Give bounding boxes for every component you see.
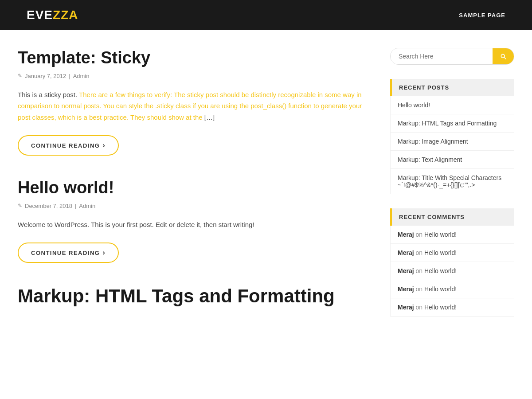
comment-item: Meraj on Hello world! xyxy=(391,226,514,244)
recent-comments-section: RECENT COMMENTS Meraj on Hello world! Me… xyxy=(390,208,514,317)
comment-on: on xyxy=(415,286,424,293)
search-box[interactable] xyxy=(390,48,514,65)
post-3: Markup: HTML Tags and Formatting xyxy=(18,285,364,307)
comment-post-link[interactable]: Hello world! xyxy=(424,231,457,238)
site-header: EVEZZA SAMPLE PAGE xyxy=(0,0,532,30)
comment-on: on xyxy=(415,249,424,256)
post-3-title[interactable]: Markup: HTML Tags and Formatting xyxy=(18,285,364,307)
search-icon xyxy=(500,53,507,60)
comment-post-link[interactable]: Hello world! xyxy=(424,304,457,311)
comment-post-link[interactable]: Hello world! xyxy=(424,267,457,274)
logo-text-part1: EVE xyxy=(27,8,53,22)
post-1: Template: Sticky ✎ January 7, 2012 | Adm… xyxy=(18,48,364,156)
post-1-continue-btn[interactable]: CONTINUE READING xyxy=(18,135,119,156)
comment-post-link[interactable]: Hello world! xyxy=(424,286,457,293)
main-content: Template: Sticky ✎ January 7, 2012 | Adm… xyxy=(18,48,364,331)
comment-author[interactable]: Meraj xyxy=(398,231,414,238)
post-2-date: December 7, 2018 xyxy=(25,203,72,209)
comment-author[interactable]: Meraj xyxy=(398,267,414,274)
post-1-meta: ✎ January 7, 2012 | Admin xyxy=(18,73,364,79)
edit-icon-2: ✎ xyxy=(18,203,22,209)
post-2-excerpt-normal: Welcome to WordPress. This is your first… xyxy=(18,221,254,228)
recent-post-item[interactable]: Markup: Title With Special Characters ~`… xyxy=(391,169,514,194)
recent-post-item[interactable]: Markup: Text Alignment xyxy=(391,151,514,169)
post-2-title[interactable]: Hello world! xyxy=(18,178,364,198)
recent-comments-list: Meraj on Hello world! Meraj on Hello wor… xyxy=(390,226,514,317)
comment-item: Meraj on Hello world! xyxy=(391,280,514,298)
comment-post-link[interactable]: Hello world! xyxy=(424,249,457,256)
post-2-meta: ✎ December 7, 2018 | Admin xyxy=(18,203,364,209)
post-1-excerpt-end: […] xyxy=(203,113,215,121)
main-layout: Template: Sticky ✎ January 7, 2012 | Adm… xyxy=(0,30,532,348)
comment-on: on xyxy=(415,267,424,274)
recent-posts-list: Hello world! Markup: HTML Tags and Forma… xyxy=(390,96,514,194)
edit-icon: ✎ xyxy=(18,73,22,79)
comment-author[interactable]: Meraj xyxy=(398,304,414,311)
recent-posts-title: RECENT POSTS xyxy=(390,79,514,96)
post-2-excerpt: Welcome to WordPress. This is your first… xyxy=(18,219,364,231)
site-logo[interactable]: EVEZZA xyxy=(27,8,78,22)
post-1-date: January 7, 2012 xyxy=(25,73,66,79)
nav-sample-page[interactable]: SAMPLE PAGE xyxy=(459,12,505,19)
comment-item: Meraj on Hello world! xyxy=(391,244,514,262)
recent-comments-title: RECENT COMMENTS xyxy=(390,208,514,226)
post-1-excerpt: This is a sticky post. There are a few t… xyxy=(18,89,364,123)
post-1-author[interactable]: Admin xyxy=(73,73,90,79)
search-input[interactable] xyxy=(391,48,493,64)
post-1-excerpt-normal: This is a sticky post. xyxy=(18,91,79,98)
post-1-separator: | xyxy=(69,73,70,79)
comment-on: on xyxy=(415,304,424,311)
sidebar: RECENT POSTS Hello world! Markup: HTML T… xyxy=(390,48,514,331)
comment-author[interactable]: Meraj xyxy=(398,249,414,256)
search-button[interactable] xyxy=(493,48,514,64)
recent-posts-section: RECENT POSTS Hello world! Markup: HTML T… xyxy=(390,79,514,194)
comment-on: on xyxy=(415,231,424,238)
post-1-title[interactable]: Template: Sticky xyxy=(18,48,364,68)
post-2-continue-btn[interactable]: CONTINUE READING xyxy=(18,243,119,263)
post-2-author[interactable]: Admin xyxy=(79,203,95,209)
comment-item: Meraj on Hello world! xyxy=(391,298,514,316)
post-2: Hello world! ✎ December 7, 2018 | Admin … xyxy=(18,178,364,263)
recent-post-item[interactable]: Markup: HTML Tags and Formatting xyxy=(391,114,514,133)
recent-post-item[interactable]: Markup: Image Alignment xyxy=(391,133,514,151)
comment-author[interactable]: Meraj xyxy=(398,286,414,293)
comment-item: Meraj on Hello world! xyxy=(391,262,514,280)
recent-post-item[interactable]: Hello world! xyxy=(391,96,514,114)
logo-text-part2: ZZA xyxy=(53,8,78,22)
post-2-separator: | xyxy=(75,203,76,209)
